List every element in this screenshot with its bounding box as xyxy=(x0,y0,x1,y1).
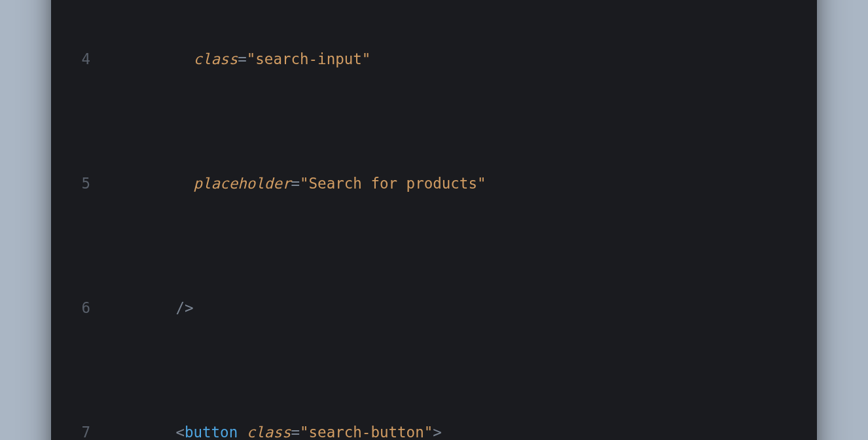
line-number: 4 xyxy=(71,46,105,71)
code-content: /> xyxy=(105,295,797,320)
code-window: 1 <div class="grid-item-search"> 2 <inpu… xyxy=(51,0,817,440)
line-number: 6 xyxy=(71,295,105,320)
code-line: 5 placeholder="Search for products" xyxy=(71,171,797,196)
code-content: placeholder="Search for products" xyxy=(105,171,797,196)
code-content: <button class="search-button"> xyxy=(105,420,797,440)
code-line: 6 /> xyxy=(71,295,797,320)
code-line: 7 <button class="search-button"> xyxy=(71,420,797,440)
code-content: class="search-input" xyxy=(105,46,797,71)
code-block: 1 <div class="grid-item-search"> 2 <inpu… xyxy=(71,0,797,440)
code-line: 4 class="search-input" xyxy=(71,46,797,71)
line-number: 7 xyxy=(71,420,105,440)
line-number: 5 xyxy=(71,171,105,196)
